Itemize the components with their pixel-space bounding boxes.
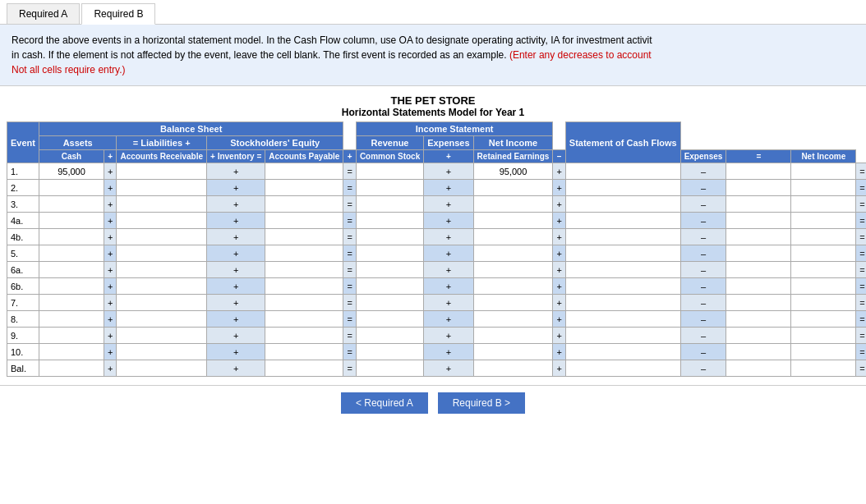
common-stock-cell[interactable]	[473, 295, 553, 311]
ap-cell[interactable]	[356, 213, 423, 229]
ap-cell[interactable]	[356, 360, 423, 377]
ar-cell[interactable]	[117, 196, 207, 213]
re-input[interactable]	[594, 347, 652, 357]
re-cell[interactable]	[565, 163, 680, 180]
common-stock-input[interactable]	[485, 364, 542, 373]
re-input[interactable]	[594, 232, 652, 242]
next-button[interactable]: Required B >	[438, 392, 525, 414]
ar-input[interactable]	[133, 282, 191, 291]
revenue-input[interactable]	[730, 249, 787, 259]
ar-input[interactable]	[133, 347, 191, 357]
revenue-cell[interactable]	[726, 196, 791, 213]
inventory-cell[interactable]	[265, 196, 343, 213]
expenses-input[interactable]	[795, 331, 852, 341]
re-cell[interactable]	[565, 196, 680, 213]
inventory-input[interactable]	[275, 347, 333, 357]
cash-cell[interactable]	[39, 229, 104, 245]
cash-input[interactable]	[43, 265, 100, 275]
ar-input[interactable]	[133, 249, 191, 259]
cash-input[interactable]	[43, 232, 100, 242]
ar-input[interactable]	[133, 232, 191, 242]
inventory-cell[interactable]	[265, 295, 343, 311]
ap-cell[interactable]	[356, 262, 423, 278]
cash-cell[interactable]	[39, 311, 104, 328]
cash-input[interactable]	[43, 216, 100, 226]
tab-required-b[interactable]: Required B	[81, 3, 155, 25]
ar-cell[interactable]	[117, 344, 207, 360]
re-input[interactable]	[594, 249, 652, 259]
revenue-cell[interactable]	[726, 229, 791, 245]
cash-input[interactable]	[43, 347, 100, 357]
re-cell[interactable]	[565, 229, 680, 245]
inventory-cell[interactable]	[265, 180, 343, 196]
revenue-cell[interactable]	[726, 163, 791, 180]
common-stock-cell[interactable]	[473, 360, 553, 377]
ap-input[interactable]	[362, 183, 419, 193]
cash-cell[interactable]	[39, 328, 104, 344]
ap-cell[interactable]	[356, 278, 423, 295]
expenses-input[interactable]	[795, 364, 852, 373]
expenses-cell[interactable]	[791, 360, 856, 377]
ar-cell[interactable]	[117, 229, 207, 245]
expenses-input[interactable]	[795, 265, 852, 275]
expenses-input[interactable]	[795, 347, 852, 357]
ar-input[interactable]	[133, 216, 191, 226]
expenses-input[interactable]	[795, 199, 852, 209]
re-input[interactable]	[594, 282, 652, 291]
cash-cell[interactable]	[39, 295, 104, 311]
cash-cell[interactable]	[39, 245, 104, 262]
ap-input[interactable]	[362, 232, 419, 242]
expenses-cell[interactable]	[791, 163, 856, 180]
cash-input[interactable]	[43, 364, 100, 373]
common-stock-cell[interactable]	[473, 245, 553, 262]
re-cell[interactable]	[565, 360, 680, 377]
revenue-input[interactable]	[730, 167, 787, 176]
expenses-cell[interactable]	[791, 213, 856, 229]
re-input[interactable]	[594, 199, 652, 209]
inventory-input[interactable]	[275, 167, 333, 176]
re-cell[interactable]	[565, 295, 680, 311]
re-cell[interactable]	[565, 245, 680, 262]
expenses-cell[interactable]	[791, 245, 856, 262]
revenue-input[interactable]	[730, 347, 787, 357]
inventory-input[interactable]	[275, 265, 333, 275]
common-stock-cell[interactable]	[473, 180, 553, 196]
ap-input[interactable]	[362, 364, 419, 373]
common-stock-cell[interactable]	[473, 262, 553, 278]
common-stock-input[interactable]	[485, 199, 542, 209]
inventory-cell[interactable]	[265, 163, 343, 180]
cash-cell[interactable]	[39, 344, 104, 360]
cash-cell[interactable]	[39, 196, 104, 213]
cash-input[interactable]	[43, 314, 100, 324]
ap-cell[interactable]	[356, 344, 423, 360]
ap-input[interactable]	[362, 167, 419, 176]
expenses-input[interactable]	[795, 298, 852, 308]
re-cell[interactable]	[565, 328, 680, 344]
ap-cell[interactable]	[356, 328, 423, 344]
ap-input[interactable]	[362, 282, 419, 291]
inventory-cell[interactable]	[265, 360, 343, 377]
revenue-input[interactable]	[730, 314, 787, 324]
ar-input[interactable]	[133, 331, 191, 341]
cash-input[interactable]	[43, 282, 100, 291]
common-stock-input[interactable]	[485, 298, 542, 308]
inventory-input[interactable]	[275, 364, 333, 373]
expenses-cell[interactable]	[791, 196, 856, 213]
common-stock-cell[interactable]	[473, 213, 553, 229]
ap-input[interactable]	[362, 331, 419, 341]
ar-input[interactable]	[133, 167, 191, 176]
ap-cell[interactable]	[356, 180, 423, 196]
revenue-cell[interactable]	[726, 360, 791, 377]
expenses-cell[interactable]	[791, 311, 856, 328]
revenue-cell[interactable]	[726, 213, 791, 229]
re-input[interactable]	[594, 364, 652, 373]
ap-cell[interactable]	[356, 295, 423, 311]
inventory-cell[interactable]	[265, 311, 343, 328]
inventory-input[interactable]	[275, 183, 333, 193]
re-input[interactable]	[594, 167, 652, 176]
cash-input[interactable]	[43, 249, 100, 259]
inventory-cell[interactable]	[265, 262, 343, 278]
common-stock-cell[interactable]	[473, 311, 553, 328]
ap-cell[interactable]	[356, 245, 423, 262]
revenue-input[interactable]	[730, 232, 787, 242]
